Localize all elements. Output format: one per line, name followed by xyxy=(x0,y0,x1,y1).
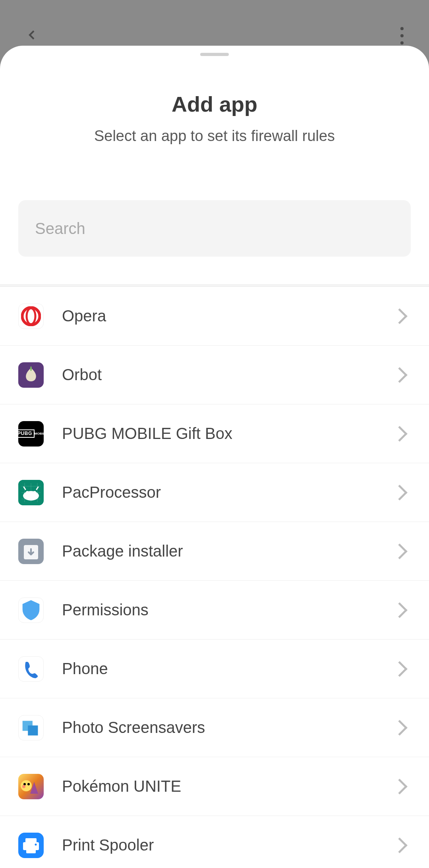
phone-icon xyxy=(18,656,44,682)
app-name: Print Spooler xyxy=(62,836,394,854)
pokemon-unite-icon xyxy=(18,774,44,799)
svg-point-16 xyxy=(21,780,32,791)
search-input[interactable] xyxy=(18,200,411,257)
chevron-right-icon xyxy=(392,661,408,677)
app-name: Photo Screensavers xyxy=(62,719,394,737)
sheet-subtitle: Select an app to set its firewall rules xyxy=(0,128,429,145)
chevron-right-icon xyxy=(392,308,408,324)
package-installer-icon xyxy=(18,539,44,564)
more-icon[interactable] xyxy=(399,27,405,44)
app-row-permissions[interactable]: Permissions xyxy=(0,581,429,640)
app-name: PacProcessor xyxy=(62,483,394,501)
chevron-right-icon xyxy=(392,543,408,559)
app-name: Permissions xyxy=(62,601,394,619)
app-name: Phone xyxy=(62,660,394,678)
app-name: PUBG MOBILE Gift Box xyxy=(62,425,394,443)
sheet-title: Add app xyxy=(0,92,429,116)
chevron-right-icon xyxy=(392,485,408,501)
search-wrap xyxy=(18,200,411,257)
pubg-icon: PUBG MOBILE xyxy=(18,421,44,447)
chevron-right-icon xyxy=(392,779,408,795)
svg-rect-15 xyxy=(28,725,38,735)
chevron-right-icon xyxy=(392,837,408,853)
app-row-photo-screensavers[interactable]: Photo Screensavers xyxy=(0,698,429,757)
opera-icon xyxy=(18,304,44,329)
add-app-sheet: Add app Select an app to set its firewal… xyxy=(0,46,429,868)
svg-point-1 xyxy=(27,308,35,324)
back-icon[interactable] xyxy=(24,27,40,44)
chevron-right-icon xyxy=(392,367,408,383)
svg-point-18 xyxy=(27,783,30,785)
app-row-pokemon-unite[interactable]: Pokémon UNITE xyxy=(0,757,429,816)
svg-point-23 xyxy=(35,843,37,845)
app-row-orbot[interactable]: Orbot xyxy=(0,346,429,404)
app-row-print-spooler[interactable]: Print Spooler xyxy=(0,816,429,868)
chevron-right-icon xyxy=(392,426,408,442)
app-name: Package installer xyxy=(62,542,394,560)
svg-point-12 xyxy=(23,491,39,501)
app-name: Pokémon UNITE xyxy=(62,777,394,795)
app-row-pacprocessor[interactable]: PacProcessor xyxy=(0,463,429,522)
app-name: Orbot xyxy=(62,366,394,384)
print-spooler-icon xyxy=(18,833,44,858)
orbot-icon xyxy=(18,362,44,388)
app-row-phone[interactable]: Phone xyxy=(0,640,429,698)
svg-point-2 xyxy=(30,366,32,371)
svg-point-19 xyxy=(22,785,25,788)
chevron-right-icon xyxy=(392,602,408,618)
permissions-icon xyxy=(18,597,44,623)
pacprocessor-icon xyxy=(18,480,44,505)
app-list: Opera Orbot PUBG MOBILE PUBG MOBILE Gift… xyxy=(0,284,429,868)
drag-handle[interactable] xyxy=(200,53,229,56)
app-row-package-installer[interactable]: Package installer xyxy=(0,522,429,581)
app-row-opera[interactable]: Opera xyxy=(0,287,429,346)
chevron-right-icon xyxy=(392,720,408,736)
svg-rect-22 xyxy=(26,848,36,853)
app-name: Opera xyxy=(62,307,394,325)
svg-point-0 xyxy=(22,307,40,325)
photo-screensavers-icon xyxy=(18,715,44,740)
app-row-pubg[interactable]: PUBG MOBILE PUBG MOBILE Gift Box xyxy=(0,404,429,463)
